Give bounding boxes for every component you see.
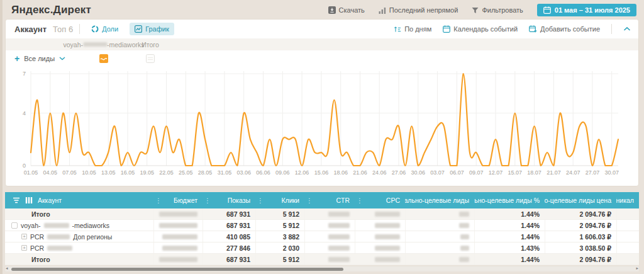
chart-view-button[interactable]: График <box>130 23 174 35</box>
svg-text:27.06: 27.06 <box>392 169 406 176</box>
column-menu-icon[interactable]: ⋮ <box>204 197 211 204</box>
filter-lines-icon[interactable] <box>13 197 20 203</box>
cell-utl_pct: 1.44% <box>474 220 545 231</box>
cell-value: 1.43% <box>521 244 540 252</box>
filter-label: Фильтровать <box>482 6 523 14</box>
column-header-account[interactable]: Аккаунт <box>5 192 153 208</box>
series-swatch-account[interactable] <box>99 54 108 63</box>
events-calendar-label: Календарь событий <box>453 25 518 33</box>
redacted-value <box>328 257 350 262</box>
cell-utl_price: 2 094.76 ₽ <box>545 220 616 231</box>
column-menu-icon[interactable]: ⋮ <box>306 197 313 204</box>
expand-icon[interactable]: + <box>21 234 27 239</box>
by-days-label: По дням <box>404 25 431 33</box>
column-header-budget[interactable]: ⋮Бюджет <box>153 192 203 208</box>
column-header-utl_cut[interactable]: ⋮Уникал <box>616 192 639 208</box>
expand-icon[interactable]: + <box>21 245 27 251</box>
collapse-chevron-up-icon[interactable] <box>623 26 631 31</box>
column-header-shows[interactable]: ⋮Показы <box>203 192 255 208</box>
columns-icon[interactable] <box>25 197 33 203</box>
date-range-button[interactable]: 01 мая – 31 июля 2025 <box>537 4 636 16</box>
chart-svg: 01.0504.0507.0510.0513.0516.0519.0522.05… <box>6 66 638 186</box>
table-row[interactable]: voyah--mediaworks687 9315 9121.44%2 094.… <box>5 220 639 231</box>
column-label: Уникально-целевые лиды цена <box>545 197 611 204</box>
download-icon <box>328 6 336 14</box>
redacted-value <box>375 234 400 239</box>
attribution-model-button[interactable]: Последний непрямой <box>379 6 458 14</box>
cell-clicks: 5 912 <box>255 254 304 265</box>
column-menu-icon[interactable]: ⋮ <box>257 197 264 204</box>
svg-text:06.06: 06.06 <box>256 169 270 176</box>
column-header-clicks[interactable]: ⋮Клики <box>255 192 304 208</box>
cell-utl_cut <box>616 220 639 231</box>
cell-value: 1 606.03 ₽ <box>580 233 611 241</box>
download-button[interactable]: Скачать <box>328 6 365 14</box>
cell-cpc <box>355 208 405 219</box>
account-label: Итого <box>31 256 50 263</box>
series-label[interactable]: Все лиды <box>24 55 55 62</box>
redacted-value <box>159 257 197 262</box>
scroll-left-icon[interactable]: ◂ <box>6 266 8 271</box>
horizontal-scrollbar[interactable]: ◂ ▸ <box>5 266 639 271</box>
filter-button[interactable]: Фильтровать <box>472 6 523 14</box>
column-header-cpc[interactable]: ⋮CPC <box>355 192 405 208</box>
by-days-icon <box>394 25 401 33</box>
add-metric-icon[interactable]: + <box>14 55 19 62</box>
chart-card: Аккаунт Топ 6 Доли График По дням Календ… <box>5 19 639 186</box>
cell-account[interactable]: +PCR <box>5 243 153 253</box>
chevron-down-icon[interactable] <box>59 57 65 60</box>
svg-text:10.05: 10.05 <box>82 169 96 176</box>
cell-account[interactable]: voyah--mediaworks <box>5 220 153 231</box>
divider <box>611 24 612 34</box>
cell-value: 2 030 <box>283 244 299 252</box>
svg-text:27.07: 27.07 <box>586 169 600 176</box>
cell-cpc <box>355 254 405 265</box>
svg-text:03.06: 03.06 <box>236 169 251 176</box>
table-row[interactable]: +PCR277 8462 0301.43%3 038.50 ₽ <box>5 243 639 254</box>
scroll-right-icon[interactable]: ▸ <box>636 266 638 271</box>
pie-icon <box>91 25 99 33</box>
scrollbar-thumb[interactable] <box>11 268 343 271</box>
cell-utl_price: 2 094.76 ₽ <box>545 254 616 265</box>
cell-value: 687 931 <box>226 210 250 218</box>
shares-view-label: Доли <box>102 25 118 33</box>
column-header-utl_price[interactable]: ⋮Уникально-целевые лиды цена <box>545 192 616 208</box>
events-calendar-button[interactable]: Календарь событий <box>443 25 518 33</box>
row-checkbox[interactable] <box>11 222 18 229</box>
column-header-utl[interactable]: ⋮Уникально-целевые лиды <box>405 192 474 208</box>
table-row[interactable]: Итого687 9315 9121.44%2 094.76 ₽ <box>5 208 639 220</box>
cell-utl_cut <box>616 254 639 265</box>
by-days-button[interactable]: По дням <box>394 25 431 33</box>
cell-account[interactable]: Итого <box>5 208 153 219</box>
add-event-button[interactable]: Добавить событие <box>529 25 600 33</box>
table-row[interactable]: Итого687 9315 9121.44%2 094.76 ₽ <box>5 254 639 265</box>
shares-view-button[interactable]: Доли <box>86 23 123 35</box>
series-toggle-row: + Все лиды <box>6 50 638 66</box>
column-header-utl_pct[interactable]: ⋮Уникально-целевые лиды % <box>474 192 545 208</box>
cell-utl <box>405 254 474 265</box>
column-menu-icon[interactable]: ⋮ <box>357 197 363 204</box>
svg-text:18.06: 18.06 <box>333 169 348 176</box>
cell-value: 1.44% <box>521 256 540 263</box>
svg-text:15.06: 15.06 <box>314 169 329 176</box>
series-swatch-total[interactable] <box>146 54 155 63</box>
cell-utl <box>405 220 474 231</box>
column-header-ctr[interactable]: ⋮CTR <box>304 192 355 208</box>
calendar-plus-icon <box>529 25 537 33</box>
cell-utl_cut <box>616 243 639 253</box>
column-menu-icon[interactable]: ⋮ <box>155 197 162 204</box>
cell-value: 2 094.76 ₽ <box>580 256 611 263</box>
line-chart[interactable]: 01.0504.0507.0510.0513.0516.0519.0522.05… <box>6 66 638 186</box>
cell-account[interactable]: Итого <box>5 254 153 265</box>
add-event-label: Добавить событие <box>540 25 600 33</box>
svg-text:30.07: 30.07 <box>604 169 619 176</box>
cell-account[interactable]: +PCRДоп регионы <box>5 231 153 242</box>
column-label: Уникал <box>616 197 634 204</box>
table-row[interactable]: +PCRДоп регионы410 0853 8821.44%1 606.03… <box>5 231 639 243</box>
svg-text:30.06: 30.06 <box>411 169 426 176</box>
top-count-label[interactable]: Топ 6 <box>53 25 73 34</box>
account-label: -mediaworks <box>72 222 110 229</box>
svg-text:18.07: 18.07 <box>527 169 541 176</box>
cell-ctr <box>304 254 355 265</box>
account-label: Итого <box>31 210 50 218</box>
